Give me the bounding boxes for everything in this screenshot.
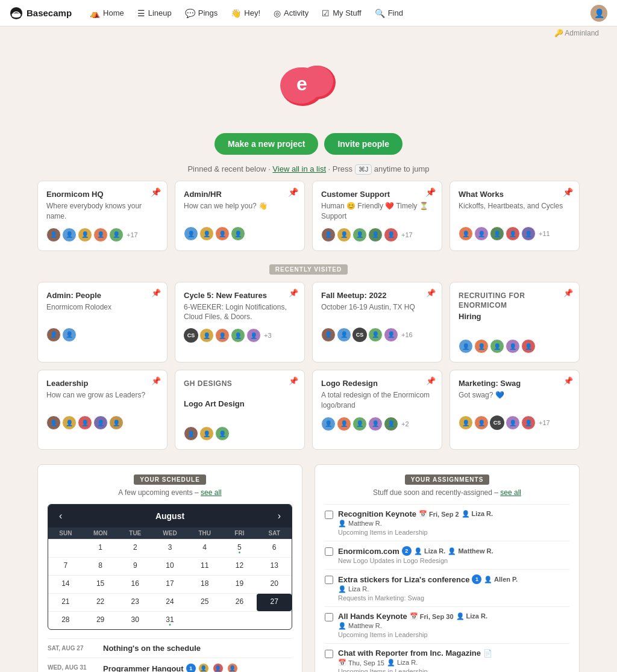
project-desc [459,323,571,333]
cal-day[interactable] [48,539,83,557]
cal-day[interactable]: 19 [222,575,257,593]
avatar: 👤 [199,426,214,441]
avatar: 👤 [321,417,336,431]
cal-day[interactable]: 11 [187,557,222,575]
project-card-what-works[interactable]: 📌 What Works Kickoffs, Heartbeats, and C… [449,181,580,251]
cal-day[interactable]: 13 [257,557,292,575]
project-card-fall-meetup[interactable]: 📌 Fall Meetup: 2022 October 16-19 Austin… [312,282,442,363]
invite-people-button[interactable]: Invite people [324,133,402,155]
pin-gray-icon[interactable]: 📌 [426,376,436,385]
pinned-projects-grid: 📌 Enormicom HQ Where everybody knows you… [19,181,598,251]
project-title: Admin/HR [184,190,296,199]
nav-find[interactable]: 🔍Find [369,5,409,22]
pin-icon: 📌 [151,187,161,197]
avatar: 👤 [384,417,398,431]
project-card-logo-redesign[interactable]: 📌 Logo Redesign A total redesign of the … [312,370,442,450]
cal-day[interactable]: 4 [187,539,222,557]
assignment-checkbox[interactable] [325,511,333,519]
project-card-marketing-swag[interactable]: 📌 Marketing: Swag Got swag? 💙 👤 👤 CS 👤 👤… [449,370,580,450]
assignment-checkbox[interactable] [325,613,333,621]
nav-mystuff[interactable]: ☑My Stuff [316,5,367,22]
assign-title: All Hands Keynote 📅 Fri, Sep 30 👤 Liza R… [338,612,569,621]
cal-day[interactable]: 10 [152,557,187,575]
project-avatars: 👤 👤 👤 👤 👤 [459,339,571,353]
cal-day[interactable]: 18 [187,575,222,593]
cal-day[interactable]: 25 [187,593,222,611]
project-card-admin-hr[interactable]: 📌 Admin/HR How can we help you? 👋 👤 👤 👤 … [175,181,305,251]
cal-day[interactable]: 28 [48,611,83,629]
brand-logo[interactable]: Basecamp [10,7,72,20]
cal-day[interactable]: 22 [83,593,118,611]
project-card-admin-people[interactable]: 📌 Admin: People Enormicom Rolodex 👤 👤 [37,282,168,363]
cal-day[interactable]: 23 [117,593,152,611]
project-card-leadership[interactable]: 📌 Leadership How can we grow as Leaders?… [37,370,168,450]
assign-title: Recognition Keynote 📅 Fri, Sep 2 👤 Liza … [338,509,569,518]
view-all-link[interactable]: View all in a list [272,164,326,173]
assignment-checkbox[interactable] [325,576,333,584]
project-card-cycle5[interactable]: 📌 Cycle 5: New Features 6-WEEKER: Login … [175,282,305,363]
schedule-see-all-link[interactable]: see all [201,488,222,497]
pin-gray-icon[interactable]: 📌 [563,376,573,385]
pin-gray-icon[interactable]: 📌 [563,288,573,297]
avatar: 👤 [198,663,209,672]
new-project-button[interactable]: Make a new project [215,133,318,155]
cal-day[interactable]: 3 [152,539,187,557]
assignments-subtitle: Stuff due soon and recently-assigned – s… [325,488,569,497]
cal-day[interactable]: 17 [152,575,187,593]
assignments-see-all-link[interactable]: see all [500,488,521,497]
cal-day[interactable]: 6 [257,539,292,557]
cal-day[interactable]: 24 [152,593,187,611]
schedule-badge: YOUR SCHEDULE [134,474,206,485]
pin-gray-icon[interactable]: 📌 [151,376,161,385]
nav-pings[interactable]: 💬Pings [179,5,224,22]
project-card-hiring[interactable]: 📌 RECRUITING FOR ENORMICOM Hiring 👤 👤 👤 … [449,282,580,363]
avatar: 👤 [227,663,238,672]
cal-day[interactable]: 21 [48,593,83,611]
cal-day-today[interactable]: 27 [257,593,292,611]
cal-day[interactable]: 15 [83,575,118,593]
cal-day[interactable]: 7 [48,557,83,575]
day-mon: MON [83,527,118,539]
cal-day[interactable]: 16 [117,575,152,593]
cal-day[interactable]: 29 [83,611,118,629]
schedule-item: WED, AUG 31 Programmer Hangout 1 👤 👤 👤 8… [48,658,292,672]
cal-day[interactable]: 5 [222,539,257,557]
assignment-item-enormicom: Enormicom.com 2 👤 Liza R. 👤 Matthew R. N… [325,541,569,569]
avatar: 👤 [506,339,520,353]
calendar-next-button[interactable]: › [274,509,284,523]
nav-lineup[interactable]: ☰Lineup [131,5,178,22]
project-card-customer-support[interactable]: 📌 Customer Support Human 😊 Friendly ❤️ T… [312,181,442,251]
assignment-checkbox[interactable] [325,547,333,556]
cal-day[interactable]: 9 [117,557,152,575]
cal-day[interactable]: 12 [222,557,257,575]
cal-day[interactable]: 2 [117,539,152,557]
adminland-link[interactable]: 🔑 Adminland [0,26,617,37]
project-title: Customer Support [321,190,433,199]
cal-day[interactable]: 8 [83,557,118,575]
assignment-checkbox[interactable] [325,650,333,658]
calendar-prev-button[interactable]: ‹ [55,509,66,523]
adminland-anchor[interactable]: 🔑 Adminland [554,29,599,37]
avatar: CS [184,328,198,343]
assign-sub: New Logo Updates in Logo Redesign [338,557,569,564]
nav-home[interactable]: ⛺Home [84,5,130,22]
cal-day[interactable]: 1 [83,539,118,557]
cal-day[interactable]: 31 [152,611,187,629]
project-desc: 6-WEEKER: Login Notifications, Cloud Fil… [184,302,296,323]
basecamp-icon [10,7,23,20]
project-card-enormicom-hq[interactable]: 📌 Enormicom HQ Where everybody knows you… [37,181,168,251]
user-avatar[interactable]: 👤 [590,5,607,22]
pin-gray-icon[interactable]: 📌 [289,288,298,297]
cal-day[interactable]: 20 [257,575,292,593]
avatar: 👤 [321,228,336,242]
project-card-logo-art-design[interactable]: 📌 GH DESIGNS Logo Art Design 👤 👤 👤 [175,370,305,450]
nav-hey[interactable]: 👋Hey! [225,5,266,22]
date-badge: 📅 Thu, Sep 15 [338,659,384,667]
cal-day[interactable]: 14 [48,575,83,593]
pin-gray-icon[interactable]: 📌 [426,288,436,297]
pin-gray-icon[interactable]: 📌 [289,376,298,385]
nav-activity[interactable]: ◎Activity [268,5,315,22]
pin-gray-icon[interactable]: 📌 [151,288,161,297]
cal-day[interactable]: 30 [117,611,152,629]
cal-day[interactable]: 26 [222,593,257,611]
